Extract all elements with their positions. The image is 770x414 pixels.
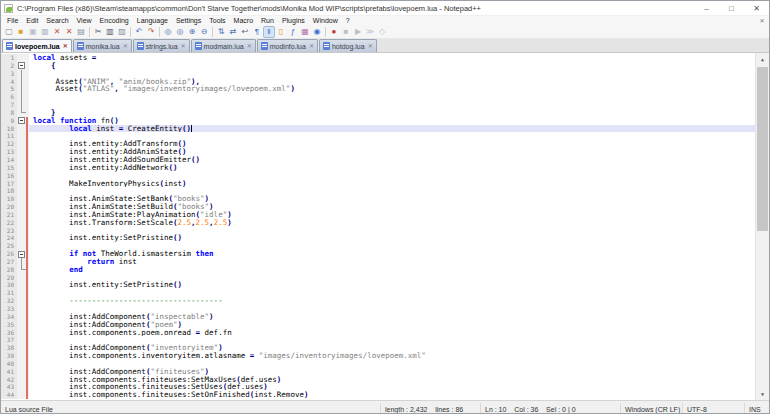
code-line[interactable]: 2 { [1,62,755,70]
code-text[interactable]: inst.entity:AddNetwork() [29,164,755,172]
code-line[interactable]: 39 inst.components.inventoryitem.atlasna… [1,352,755,360]
menu-item-edit[interactable]: Edit [22,16,42,25]
code-text[interactable]: local assets = [29,54,755,62]
tab-lovepoem-lua[interactable]: lovepoem.lua✕ [2,39,72,52]
code-text[interactable]: Asset("ANIM", "anim/books.zip"), [29,78,755,86]
code-line[interactable]: 14 inst.entity:AddSoundEmitter() [1,156,755,164]
code-line[interactable]: 15 inst.entity:AddNetwork() [1,164,755,172]
code-line[interactable]: 4 Asset("ANIM", "anim/books.zip"), [1,78,755,86]
code-text[interactable]: inst.components.poem.onread = def.fn [29,329,755,337]
code-text[interactable] [29,101,755,109]
code-line[interactable]: 41 inst:AddComponent("finiteuses") [1,368,755,376]
find-icon[interactable]: ◎ [162,26,174,38]
code-line[interactable]: 32 ---------------------------------- [1,297,755,305]
code-text[interactable]: return inst [29,258,755,266]
fold-collapse-icon[interactable] [18,117,25,124]
tab-close-icon[interactable]: ✕ [181,43,186,49]
code-text[interactable] [29,289,755,297]
menu-item-plugins[interactable]: Plugins [278,16,309,25]
code-line[interactable]: 7 [1,101,755,109]
code-text[interactable]: inst.entity:AddSoundEmitter() [29,156,755,164]
code-line[interactable]: 43 inst.components.finiteuses:SetUses(de… [1,383,755,391]
code-line[interactable]: 21 inst.AnimState:PlayAnimation("idle") [1,211,755,219]
close-all-icon[interactable]: ✕ [63,26,75,38]
code-text[interactable] [29,360,755,368]
scroll-down-icon[interactable]: ▼ [756,388,769,400]
menu-item-view[interactable]: View [73,16,96,25]
code-text[interactable]: ---------------------------------- [29,297,755,305]
tab-close-icon[interactable]: ✕ [123,43,128,49]
code-text[interactable]: inst.entity:SetPristine() [29,234,755,242]
code-line[interactable]: 6 [1,93,755,101]
code-line[interactable]: 27 return inst [1,258,755,266]
status-eol-format[interactable]: Windows (CR LF) [621,403,683,414]
code-text[interactable] [29,274,755,282]
sync-horizontal-icon[interactable]: ⇄ [227,26,239,38]
tab-modinfo-lua[interactable]: modinfo.lua✕ [257,39,318,52]
cut-icon[interactable]: ✂ [92,26,104,38]
tab-strings-lua[interactable]: strings.lua✕ [133,39,190,52]
save-icon[interactable]: ▣ [27,26,39,38]
open-folder-icon[interactable]: ■ [15,26,27,38]
code-text[interactable]: inst.components.finiteuses:SetMaxUses(de… [29,376,755,384]
menu-item-file[interactable]: File [3,16,22,25]
code-line[interactable]: 10 local inst = CreateEntity() [1,125,755,133]
code-line[interactable]: 16 [1,172,755,180]
macro-run-multiple-icon[interactable]: ≫ [364,26,376,38]
code-text[interactable]: inst.components.finiteuses:SetUses(def.u… [29,383,755,391]
code-line[interactable]: 24 inst.entity:SetPristine() [1,234,755,242]
new-file-icon[interactable]: ▢ [3,26,15,38]
fold-collapse-icon[interactable] [18,62,25,69]
code-text[interactable]: local inst = CreateEntity() [29,125,755,133]
code-text[interactable]: end [29,266,755,274]
code-line[interactable]: 38 inst:AddComponent("inventoryitem") [1,344,755,352]
code-line[interactable]: 23 [1,227,755,235]
code-line[interactable]: 22 inst.Transform:SetScale(2.5,2.5,2.5) [1,219,755,227]
code-text[interactable]: Asset("ATLAS", "images/inventoryimages/l… [29,85,755,93]
code-line[interactable]: 17 MakeInventoryPhysics(inst) [1,180,755,188]
zoom-out-icon[interactable]: ⊖ [198,26,210,38]
undo-icon[interactable]: ↶ [133,26,145,38]
menu-item-run[interactable]: Run [257,16,278,25]
tab-close-icon[interactable]: ✕ [247,43,252,49]
document-close-icon[interactable]: ✕ [755,17,769,24]
code-line[interactable]: 20 inst.AnimState:SetBuild("books") [1,203,755,211]
code-line[interactable]: 1local assets = [1,54,755,62]
code-text[interactable]: if not TheWorld.ismastersim then [29,250,755,258]
word-wrap-icon[interactable]: ↩ [239,26,251,38]
macro-save-icon[interactable]: ◇ [376,26,388,38]
code-line[interactable]: 8 } [1,109,755,117]
show-all-chars-icon[interactable]: ¶ [251,26,263,38]
code-text[interactable] [29,187,755,195]
status-insert-mode[interactable]: INS [745,403,769,414]
menu-item-encoding[interactable]: Encoding [96,16,133,25]
indent-guide-icon[interactable]: ‖ [263,26,275,38]
code-text[interactable]: inst:AddComponent("inspectable") [29,313,755,321]
code-text[interactable]: inst.entity:SetPristine() [29,281,755,289]
folder-workspace-icon[interactable]: ▦ [299,26,311,38]
code-line[interactable]: 44 inst.components.finiteuses:SetOnFinis… [1,391,755,399]
doc-map-icon[interactable]: ▯ [275,26,287,38]
editor[interactable]: 1local assets =2 {34 Asset("ANIM", "anim… [1,53,769,400]
sync-vertical-icon[interactable]: ⇅ [215,26,227,38]
print-icon[interactable]: ▤ [75,26,87,38]
code-line[interactable]: 36 inst.components.poem.onread = def.fn [1,329,755,337]
code-line[interactable]: 9local function fn() [1,117,755,125]
code-text[interactable]: inst:AddComponent("inventoryitem") [29,344,755,352]
code-text[interactable]: inst.entity:AddTransform() [29,140,755,148]
redo-icon[interactable]: ↷ [145,26,157,38]
code-text[interactable]: inst.Transform:SetScale(2.5,2.5,2.5) [29,219,755,227]
tab-modmain-lua[interactable]: modmain.lua✕ [191,39,256,52]
code-line[interactable]: 12 inst.entity:AddTransform() [1,140,755,148]
code-line[interactable]: 33 [1,305,755,313]
code-line[interactable]: 37 [1,336,755,344]
macro-stop-icon[interactable]: ■ [340,26,352,38]
code-text[interactable]: inst:AddComponent("finiteuses") [29,368,755,376]
menu-item-window[interactable]: Window [309,16,342,25]
code-line[interactable]: 28 end [1,266,755,274]
minimize-button[interactable]: – [694,1,719,16]
code-text[interactable]: { [29,62,755,70]
code-line[interactable]: 29 [1,274,755,282]
code-text[interactable] [29,172,755,180]
paste-icon[interactable]: ▨ [116,26,128,38]
